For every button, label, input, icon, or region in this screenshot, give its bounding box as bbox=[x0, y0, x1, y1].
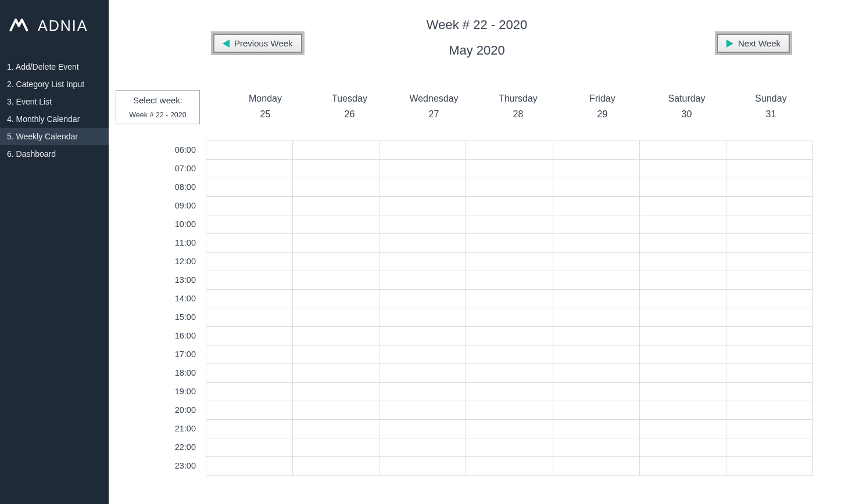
grid-cell[interactable] bbox=[466, 271, 553, 290]
grid-cell[interactable] bbox=[206, 345, 293, 364]
grid-cell[interactable] bbox=[293, 215, 379, 234]
grid-cell[interactable] bbox=[379, 234, 466, 253]
grid-cell[interactable] bbox=[553, 141, 640, 160]
sidebar-item-category-list-input[interactable]: 2. Category List Input bbox=[0, 75, 109, 93]
grid-cell[interactable] bbox=[466, 253, 553, 271]
grid-cell[interactable] bbox=[640, 178, 726, 197]
grid-cell[interactable] bbox=[726, 253, 813, 271]
grid-cell[interactable] bbox=[379, 383, 466, 401]
grid-cell[interactable] bbox=[293, 457, 379, 476]
grid-cell[interactable] bbox=[466, 290, 553, 308]
grid-cell[interactable] bbox=[206, 197, 293, 215]
grid-cell[interactable] bbox=[379, 141, 466, 160]
grid-cell[interactable] bbox=[726, 345, 813, 364]
grid-cell[interactable] bbox=[293, 308, 379, 327]
grid-cell[interactable] bbox=[640, 420, 726, 438]
grid-cell[interactable] bbox=[293, 383, 379, 401]
grid-cell[interactable] bbox=[293, 178, 379, 197]
grid-cell[interactable] bbox=[640, 383, 726, 401]
week-selector[interactable]: Select week: Week # 22 - 2020 bbox=[116, 90, 200, 124]
grid-cell[interactable] bbox=[206, 253, 293, 271]
grid-cell[interactable] bbox=[379, 327, 466, 345]
grid-cell[interactable] bbox=[206, 383, 293, 401]
grid-cell[interactable] bbox=[379, 197, 466, 215]
sidebar-item-monthly-calendar[interactable]: 4. Monthly Calendar bbox=[0, 110, 109, 128]
grid-cell[interactable] bbox=[379, 271, 466, 290]
grid-cell[interactable] bbox=[553, 420, 640, 438]
grid-cell[interactable] bbox=[206, 438, 293, 457]
grid-cell[interactable] bbox=[379, 253, 466, 271]
grid-cell[interactable] bbox=[640, 327, 726, 345]
grid-cell[interactable] bbox=[379, 457, 466, 476]
grid-cell[interactable] bbox=[379, 160, 466, 178]
grid-cell[interactable] bbox=[640, 215, 726, 234]
grid-cell[interactable] bbox=[379, 178, 466, 197]
grid-cell[interactable] bbox=[466, 308, 553, 327]
grid-cell[interactable] bbox=[726, 308, 813, 327]
grid-cell[interactable] bbox=[553, 327, 640, 345]
sidebar-item-weekly-calendar[interactable]: 5. Weekly Calendar bbox=[0, 128, 109, 145]
grid-cell[interactable] bbox=[726, 234, 813, 253]
grid-cell[interactable] bbox=[379, 401, 466, 420]
grid-cell[interactable] bbox=[206, 420, 293, 438]
grid-cell[interactable] bbox=[640, 271, 726, 290]
grid-cell[interactable] bbox=[206, 457, 293, 476]
grid-cell[interactable] bbox=[293, 197, 379, 215]
grid-cell[interactable] bbox=[293, 234, 379, 253]
grid-cell[interactable] bbox=[640, 141, 726, 160]
grid-cell[interactable] bbox=[466, 383, 553, 401]
grid-cell[interactable] bbox=[293, 364, 379, 383]
grid-cell[interactable] bbox=[466, 160, 553, 178]
next-week-button[interactable]: Next Week bbox=[717, 34, 790, 53]
grid-cell[interactable] bbox=[293, 290, 379, 308]
grid-cell[interactable] bbox=[726, 141, 813, 160]
grid-cell[interactable] bbox=[726, 160, 813, 178]
grid-cell[interactable] bbox=[293, 420, 379, 438]
grid-cell[interactable] bbox=[206, 401, 293, 420]
grid-cell[interactable] bbox=[206, 290, 293, 308]
grid-cell[interactable] bbox=[466, 401, 553, 420]
grid-cell[interactable] bbox=[466, 197, 553, 215]
grid-cell[interactable] bbox=[206, 141, 293, 160]
grid-cell[interactable] bbox=[726, 457, 813, 476]
grid-cell[interactable] bbox=[206, 327, 293, 345]
grid-cell[interactable] bbox=[466, 234, 553, 253]
grid-cell[interactable] bbox=[379, 364, 466, 383]
grid-cell[interactable] bbox=[726, 420, 813, 438]
grid-cell[interactable] bbox=[640, 364, 726, 383]
grid-cell[interactable] bbox=[640, 253, 726, 271]
grid-cell[interactable] bbox=[466, 345, 553, 364]
grid-cell[interactable] bbox=[553, 438, 640, 457]
grid-cell[interactable] bbox=[726, 438, 813, 457]
grid-cell[interactable] bbox=[466, 364, 553, 383]
grid-cell[interactable] bbox=[553, 364, 640, 383]
grid-cell[interactable] bbox=[640, 308, 726, 327]
grid-cell[interactable] bbox=[726, 215, 813, 234]
grid-cell[interactable] bbox=[206, 308, 293, 327]
previous-week-button[interactable]: Previous Week bbox=[213, 34, 302, 53]
grid-cell[interactable] bbox=[640, 234, 726, 253]
grid-cell[interactable] bbox=[553, 197, 640, 215]
grid-cell[interactable] bbox=[553, 401, 640, 420]
grid-cell[interactable] bbox=[640, 290, 726, 308]
sidebar-item-event-list[interactable]: 3. Event List bbox=[0, 93, 109, 110]
grid-cell[interactable] bbox=[206, 234, 293, 253]
grid-cell[interactable] bbox=[466, 420, 553, 438]
grid-cell[interactable] bbox=[293, 327, 379, 345]
grid-cell[interactable] bbox=[726, 401, 813, 420]
grid-cell[interactable] bbox=[726, 383, 813, 401]
grid-cell[interactable] bbox=[553, 271, 640, 290]
grid-cell[interactable] bbox=[293, 401, 379, 420]
grid-cell[interactable] bbox=[293, 345, 379, 364]
grid-cell[interactable] bbox=[466, 215, 553, 234]
grid-cell[interactable] bbox=[293, 141, 379, 160]
grid-cell[interactable] bbox=[553, 234, 640, 253]
grid-cell[interactable] bbox=[553, 160, 640, 178]
grid-cell[interactable] bbox=[206, 271, 293, 290]
grid-cell[interactable] bbox=[726, 364, 813, 383]
grid-cell[interactable] bbox=[726, 197, 813, 215]
grid-cell[interactable] bbox=[206, 178, 293, 197]
grid-cell[interactable] bbox=[293, 253, 379, 271]
grid-cell[interactable] bbox=[553, 345, 640, 364]
grid-cell[interactable] bbox=[553, 215, 640, 234]
